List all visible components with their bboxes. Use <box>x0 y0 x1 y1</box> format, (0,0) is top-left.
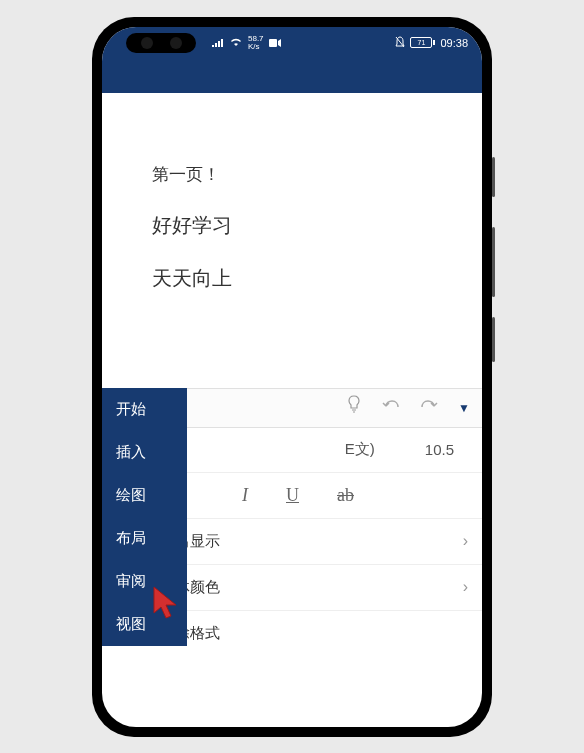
screen: 58.7K/s 71 09:38 第一页！ 好好学习 天天向 <box>102 27 482 727</box>
phone-side-button <box>492 317 495 362</box>
signal-icon <box>212 37 224 49</box>
camera-notch <box>126 33 196 53</box>
strikethrough-button[interactable]: ab <box>337 485 354 506</box>
battery-icon: 71 <box>410 37 435 48</box>
cursor-pointer-icon <box>152 585 182 625</box>
chevron-right-icon: › <box>463 578 468 596</box>
font-size-field[interactable]: 10.5 <box>425 441 454 458</box>
clock: 09:38 <box>440 37 468 49</box>
network-speed: 58.7K/s <box>248 35 264 51</box>
undo-icon[interactable] <box>382 397 400 418</box>
lightbulb-icon[interactable] <box>346 395 362 420</box>
phone-side-button <box>492 227 495 297</box>
phone-side-button <box>492 157 495 197</box>
underline-button[interactable]: U <box>286 485 299 506</box>
chevron-right-icon: › <box>463 532 468 550</box>
document-line[interactable]: 天天向上 <box>152 265 432 292</box>
tab-layout[interactable]: 布局 <box>102 517 187 560</box>
collapse-icon[interactable]: ▼ <box>458 401 470 415</box>
app-title-bar <box>102 59 482 93</box>
document-canvas[interactable]: 第一页！ 好好学习 天天向上 <box>102 93 482 388</box>
document-line[interactable]: 好好学习 <box>152 212 432 239</box>
tab-insert[interactable]: 插入 <box>102 431 187 474</box>
phone-frame: 58.7K/s 71 09:38 第一页！ 好好学习 天天向 <box>92 17 492 737</box>
tab-draw[interactable]: 绘图 <box>102 474 187 517</box>
option-label: 字体颜色 <box>160 578 463 597</box>
mute-icon <box>395 36 405 50</box>
svg-rect-0 <box>269 39 277 47</box>
option-label: 突出显示 <box>160 532 463 551</box>
italic-button[interactable]: I <box>242 485 248 506</box>
font-name-field[interactable]: E文) <box>345 440 375 459</box>
video-icon <box>269 37 281 49</box>
redo-icon[interactable] <box>420 397 438 418</box>
wifi-icon <box>229 37 243 49</box>
option-label: 清除格式 <box>160 624 468 643</box>
tab-home[interactable]: 开始 <box>102 388 187 431</box>
document-line[interactable]: 第一页！ <box>152 163 432 186</box>
